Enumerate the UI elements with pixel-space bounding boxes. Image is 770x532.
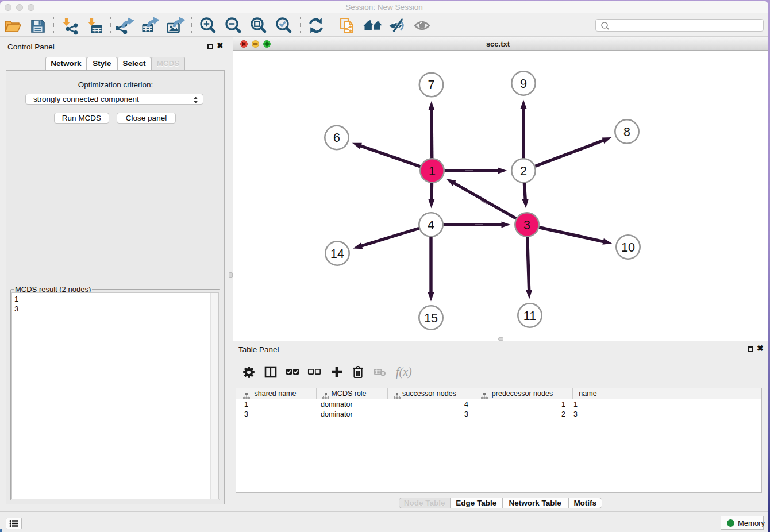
svg-text:8: 8 [623,125,630,139]
svg-text:2: 2 [520,164,527,178]
svg-text:14: 14 [330,247,344,261]
svg-text:15: 15 [424,311,438,325]
svg-text:3: 3 [523,218,530,232]
svg-text:1: 1 [429,164,436,178]
svg-text:7: 7 [428,78,435,92]
svg-text:6: 6 [333,131,340,145]
svg-text:4: 4 [428,218,434,232]
svg-text:11: 11 [523,309,536,323]
svg-text:9: 9 [520,77,527,91]
svg-text:10: 10 [621,241,635,255]
